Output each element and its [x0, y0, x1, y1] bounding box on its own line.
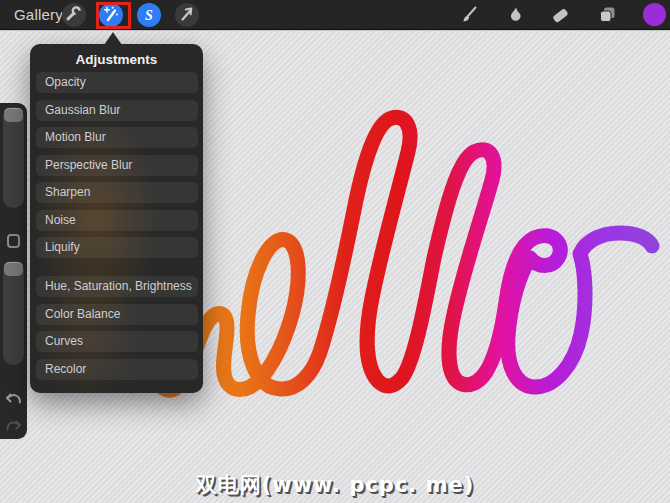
procreate-app-window: Adjustments Opacity Gaussian Blur Motion…	[0, 0, 670, 503]
brush-opacity-slider[interactable]	[3, 261, 24, 365]
menu-item-color-balance[interactable]: Color Balance	[36, 304, 198, 325]
annotation-highlight-box	[96, 2, 131, 29]
paint-brush-button[interactable]	[458, 4, 480, 26]
menu-item-perspective-blur[interactable]: Perspective Blur	[36, 155, 198, 176]
smudge-button[interactable]	[504, 4, 526, 26]
svg-text:S: S	[145, 8, 153, 23]
menu-title: Adjustments	[30, 44, 203, 72]
layers-button[interactable]	[596, 4, 618, 26]
redo-icon[interactable]	[6, 419, 23, 434]
brush-size-handle[interactable]	[4, 108, 23, 122]
menu-item-sharpen[interactable]: Sharpen	[36, 182, 198, 203]
watermark-text: 双电网(www. pcpc. me)	[0, 471, 670, 499]
menu-item-gaussian-blur[interactable]: Gaussian Blur	[36, 100, 198, 121]
eraser-button[interactable]	[549, 4, 571, 26]
selection-button[interactable]: S	[137, 3, 161, 27]
sidebar-controls	[0, 103, 27, 439]
undo-icon[interactable]	[4, 391, 23, 408]
menu-item-noise[interactable]: Noise	[36, 210, 198, 231]
selection-s-icon: S	[137, 3, 161, 27]
menu-item-curves[interactable]: Curves	[36, 331, 198, 352]
transform-button[interactable]	[175, 3, 199, 27]
transform-arrow-icon	[175, 3, 199, 27]
wrench-icon	[62, 3, 86, 27]
menu-item-motion-blur[interactable]: Motion Blur	[36, 127, 198, 148]
color-swatch-button[interactable]	[643, 3, 666, 26]
menu-item-liquify[interactable]: Liquify	[36, 237, 198, 258]
gallery-button[interactable]: Gallery	[14, 0, 63, 30]
brush-opacity-handle[interactable]	[4, 262, 23, 276]
modify-button[interactable]	[7, 234, 20, 248]
actions-button[interactable]	[62, 3, 86, 27]
adjustments-menu: Adjustments Opacity Gaussian Blur Motion…	[30, 44, 203, 393]
menu-item-recolor[interactable]: Recolor	[36, 359, 198, 380]
menu-item-opacity[interactable]: Opacity	[36, 72, 198, 93]
menu-item-hsb[interactable]: Hue, Saturation, Brightness	[36, 276, 198, 297]
brush-size-slider[interactable]	[3, 107, 24, 208]
